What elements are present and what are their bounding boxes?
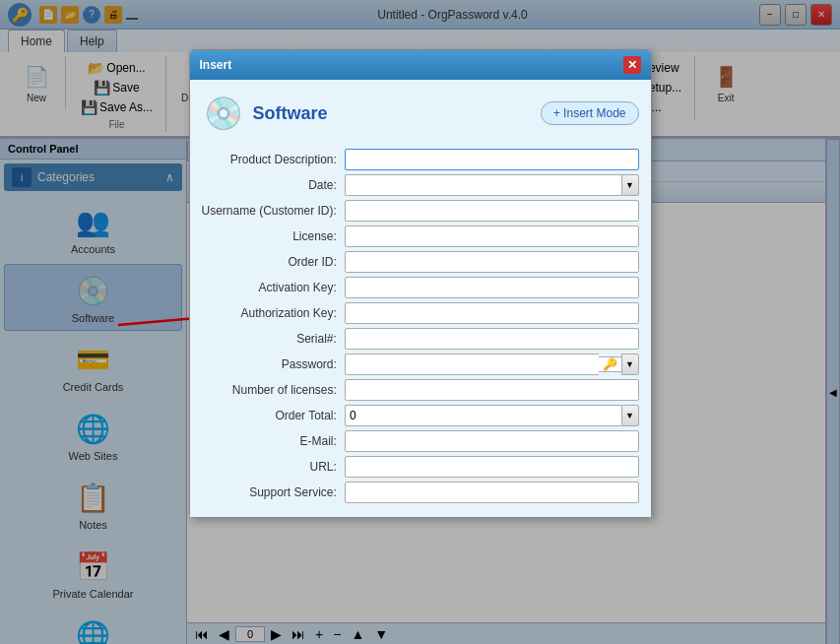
label-order-total: Order Total:: [202, 403, 345, 428]
field-support-service: Support Service:: [202, 480, 639, 505]
input-order-id[interactable]: [345, 251, 639, 273]
field-username: Username (Customer ID):: [202, 198, 639, 224]
field-num-licenses-input: [345, 377, 639, 403]
field-order-id: Order ID:: [202, 249, 639, 275]
input-email[interactable]: [345, 430, 639, 452]
label-date: Date:: [202, 172, 345, 198]
field-password-input: 🔑 ▼: [345, 352, 639, 377]
password-dropdown-btn[interactable]: ▼: [621, 354, 639, 375]
input-password[interactable]: [345, 354, 599, 375]
field-url: URL:: [202, 454, 639, 480]
input-activation-key[interactable]: [345, 277, 639, 298]
field-support-service-input: [345, 480, 639, 505]
order-total-container: ▼: [345, 405, 639, 426]
field-email-input: [345, 428, 639, 454]
label-username: Username (Customer ID):: [202, 198, 345, 224]
insert-mode-button[interactable]: + Insert Mode: [541, 101, 639, 125]
input-date[interactable]: [345, 174, 621, 196]
input-num-licenses[interactable]: [345, 379, 639, 401]
dialog-title-text: Software: [253, 103, 328, 124]
label-authorization-key: Authorization Key:: [202, 300, 345, 326]
field-order-id-input: [345, 249, 639, 275]
dialog-cd-icon: 💿: [202, 92, 245, 135]
field-license-input: [345, 224, 639, 249]
input-product-description[interactable]: [345, 149, 639, 170]
field-license: License:: [202, 224, 639, 249]
label-support-service: Support Service:: [202, 480, 345, 505]
field-url-input: [345, 454, 639, 480]
field-date-input: ▼: [345, 172, 639, 198]
dialog-title-bar: Insert ✕: [190, 50, 651, 80]
dialog-close-button[interactable]: ✕: [623, 56, 641, 74]
field-order-total: Order Total: ▼: [202, 403, 639, 428]
field-product-description-input: [345, 147, 639, 172]
label-activation-key: Activation Key:: [202, 275, 345, 300]
insert-dialog: Insert ✕ 💿 Software + Insert Mode Produc…: [189, 49, 652, 518]
field-date: Date: ▼: [202, 172, 639, 198]
label-url: URL:: [202, 454, 345, 480]
input-license[interactable]: [345, 225, 639, 247]
password-key-icon: 🔑: [599, 356, 621, 372]
field-activation-key: Activation Key:: [202, 275, 639, 300]
input-order-total[interactable]: [345, 405, 621, 426]
field-email: E-Mail:: [202, 428, 639, 454]
dialog-header: 💿 Software + Insert Mode: [202, 92, 639, 135]
dialog-overlay: Insert ✕ 💿 Software + Insert Mode Produc…: [0, 0, 840, 644]
label-email: E-Mail:: [202, 428, 345, 454]
form-table: Product Description: Date: ▼ Use: [202, 147, 639, 505]
field-num-licenses: Number of licenses:: [202, 377, 639, 403]
input-authorization-key[interactable]: [345, 302, 639, 324]
password-container: 🔑 ▼: [345, 354, 639, 375]
field-authorization-key: Authorization Key:: [202, 300, 639, 326]
label-serial: Serial#:: [202, 326, 345, 352]
label-order-id: Order ID:: [202, 249, 345, 275]
dialog-title: Insert: [200, 58, 232, 72]
input-url[interactable]: [345, 456, 639, 478]
field-product-description: Product Description:: [202, 147, 639, 172]
date-dropdown-container: ▼: [345, 174, 639, 196]
field-order-total-input: ▼: [345, 403, 639, 428]
field-password: Password: 🔑 ▼: [202, 352, 639, 377]
label-product-description: Product Description:: [202, 147, 345, 172]
input-username[interactable]: [345, 200, 639, 222]
field-activation-key-input: [345, 275, 639, 300]
dialog-icon-label: 💿 Software: [202, 92, 328, 135]
dialog-body: 💿 Software + Insert Mode Product Descrip…: [190, 80, 651, 517]
label-license: License:: [202, 224, 345, 249]
input-serial[interactable]: [345, 328, 639, 350]
field-username-input: [345, 198, 639, 224]
field-authorization-key-input: [345, 300, 639, 326]
field-serial: Serial#:: [202, 326, 639, 352]
order-total-dropdown-btn[interactable]: ▼: [621, 405, 639, 426]
field-serial-input: [345, 326, 639, 352]
date-dropdown-btn[interactable]: ▼: [621, 174, 639, 196]
label-num-licenses: Number of licenses:: [202, 377, 345, 403]
label-password: Password:: [202, 352, 345, 377]
input-support-service[interactable]: [345, 482, 639, 503]
